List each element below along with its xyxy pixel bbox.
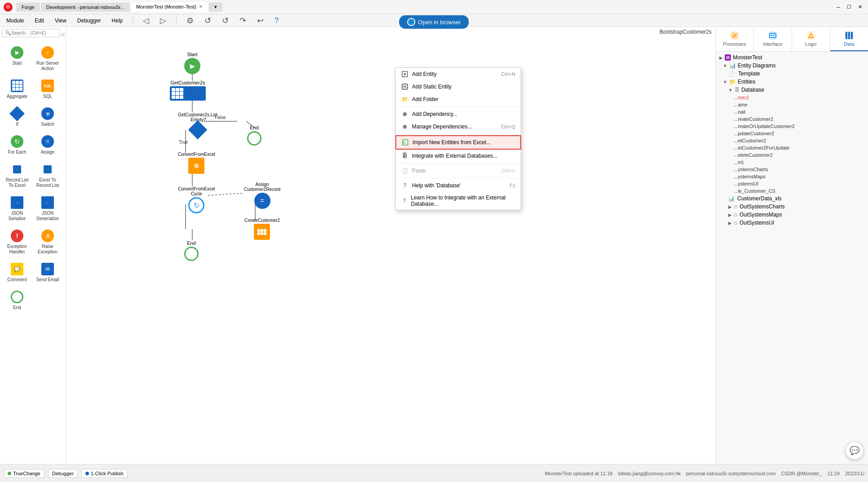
context-menu-add-static-entity[interactable]: Add Static Entity xyxy=(396,80,521,93)
tab-monster-test[interactable]: MonsterTest (Monster-Test) ✕ xyxy=(131,2,208,12)
sidebar-item-switch[interactable]: ⊕ Switch xyxy=(33,104,62,130)
settings-icon[interactable]: ⚙ xyxy=(184,15,196,27)
tree-outsystemsui[interactable]: ▶ ⊙ OutSystemsUI xyxy=(716,219,868,227)
tree-outsystemscharts[interactable]: ▶ ⊙ OutSystemsCharts xyxy=(716,203,868,211)
context-menu-import-excel[interactable]: X Import New Entities from Excel... xyxy=(395,135,521,150)
truechange-button[interactable]: TrueChange xyxy=(4,469,44,478)
search-input[interactable] xyxy=(11,31,47,35)
tree-item-systemscharts[interactable]: ...ystemsCharts xyxy=(716,166,868,173)
tree-item-systemsmaps[interactable]: ...ystemsMaps xyxy=(716,173,868,180)
tab-forge[interactable]: Forge xyxy=(16,3,40,12)
sidebar-item-aggregate[interactable]: Aggregate xyxy=(3,76,31,102)
tree-item-getcustomer2[interactable]: ...etCustomer2 xyxy=(716,137,868,144)
tree-template[interactable]: 📄 Template xyxy=(716,70,868,78)
close-button[interactable]: ✕ xyxy=(855,3,864,12)
maximize-button[interactable]: ☐ xyxy=(845,3,854,12)
sidebar-item-exception[interactable]: ! Exception Handler xyxy=(3,226,31,257)
chat-button[interactable]: 💬 xyxy=(846,442,864,460)
assign-label: Assign xyxy=(41,150,54,155)
tree-item-createorupdate[interactable]: ...reateOrUpdateCustomer2 xyxy=(716,123,868,130)
sidebar-item-raise-exception[interactable]: ⚠ Raise Exception xyxy=(33,226,62,257)
tree-item-nail[interactable]: ...nail xyxy=(716,108,868,115)
sidebar-item-sql[interactable]: SQL SQL xyxy=(33,76,62,102)
help-icon[interactable]: ? xyxy=(272,16,281,26)
tree-customerdata-xls[interactable]: 📊 CustomerData_xls xyxy=(716,195,868,203)
sidebar-item-json-deserialize[interactable]: ← JSON Deserialize xyxy=(33,193,62,224)
flow-node-convert[interactable]: ConvertFromExcel ⊞ xyxy=(178,152,215,174)
sidebar-item-json-serialize[interactable]: → JSON Serialize xyxy=(3,193,31,224)
tab-data[interactable]: Data xyxy=(830,27,868,51)
collapse-sidebar-button[interactable]: ◁ xyxy=(61,32,64,37)
publish-dot xyxy=(85,472,89,475)
redo-icon[interactable]: ↷ xyxy=(237,15,249,27)
context-menu-integrate-external[interactable]: 🗄 Integrate with External Databases... xyxy=(396,150,521,162)
flow-node-end2[interactable]: End xyxy=(184,240,199,261)
minimize-button[interactable]: ─ xyxy=(834,3,843,12)
tree-outsystemsmaps[interactable]: ▶ ⊙ OutSystemsMaps xyxy=(716,211,868,219)
tree-item-m[interactable]: ...m) xyxy=(716,159,868,166)
data-tab-icon xyxy=(844,31,854,40)
flow-node-create[interactable]: CreateCustomer2 xyxy=(244,218,280,240)
context-menu-add-entity[interactable]: Add Entity Ctrl+N xyxy=(396,68,521,80)
tree-entity-diagrams[interactable]: ▼ 📊 Entity Diagrams xyxy=(716,62,868,70)
tab-logic[interactable]: Logic xyxy=(792,27,830,51)
flow-node-getcustomer2s[interactable]: GetCustomer2s xyxy=(170,80,206,101)
tree-item-getcustomer2forupdate[interactable]: ...etCustomer2ForUpdate xyxy=(716,144,868,151)
sidebar-item-foreach[interactable]: ↻ For Each xyxy=(3,132,31,158)
menu-module[interactable]: Module xyxy=(4,17,27,25)
menu-debugger[interactable]: Debugger xyxy=(75,17,104,25)
context-menu-paste[interactable]: 📋 Paste Ctrl+V xyxy=(396,164,521,177)
tree-item-mer2[interactable]: ...mer2 xyxy=(716,94,868,101)
forward-button[interactable]: ▷ xyxy=(157,15,169,27)
context-menu-help-database[interactable]: ? Help with 'Database' F1 xyxy=(396,179,521,192)
svg-marker-16 xyxy=(809,33,813,38)
context-menu-add-dependency[interactable]: ⊕ Add Dependency... xyxy=(396,108,521,120)
flow-node-cycle[interactable]: ConvertFromExcelCycle ↻ xyxy=(178,186,215,213)
sidebar-item-excel-to-record[interactable]: → Excel To Record List xyxy=(33,159,62,191)
sidebar-item-record-list[interactable]: → Record List To Excel xyxy=(3,159,31,191)
send-email-icon: ✉ xyxy=(40,262,55,276)
sidebar-item-start[interactable]: ▶ Start xyxy=(3,43,31,74)
tree-item-ame[interactable]: ...ame xyxy=(716,101,868,108)
context-menu-manage-dependencies[interactable]: ⊕ Manage Dependencies... Ctrl+Q xyxy=(396,120,521,133)
back-button[interactable]: ◁ xyxy=(140,15,152,27)
undo-icon[interactable]: ↺ xyxy=(219,15,231,27)
publish-button[interactable]: 1-Click Publish xyxy=(81,469,128,478)
refresh-icon[interactable]: ↺ xyxy=(202,15,214,27)
tree-database[interactable]: ▼ 🗄 Database xyxy=(716,86,868,94)
flow-node-empty-check[interactable]: GetCustomer2s.List.Empty? xyxy=(178,112,217,137)
sidebar-item-if[interactable]: If xyxy=(3,104,31,130)
context-menu-add-folder[interactable]: 📁 Add Folder xyxy=(396,93,521,106)
left-sidebar: 🔍 ◁ ▶ Start ⚡ Run Server Action xyxy=(0,27,66,464)
tree-root[interactable]: ▶ M MonsterTest xyxy=(716,53,868,62)
back-nav-icon[interactable]: ↩ xyxy=(254,15,266,27)
tree-item-deletecustomer2[interactable]: ...eleteCustomer2 xyxy=(716,151,868,159)
tree-item-systemsui[interactable]: ...ystemsUI xyxy=(716,180,868,187)
svg-rect-17 xyxy=(846,32,847,39)
flow-node-start[interactable]: Start ▶ xyxy=(184,52,200,74)
tree-item-customer-cs[interactable]: ...le_Customer_CS xyxy=(716,187,868,195)
comment-icon: 💬 xyxy=(10,262,24,276)
sidebar-item-run-server-action[interactable]: ⚡ Run Server Action xyxy=(33,43,62,74)
tab-processes[interactable]: Processes xyxy=(716,27,754,51)
flow-node-end1[interactable]: End xyxy=(247,125,261,146)
context-menu-learn-external[interactable]: ? Learn How to Integrate with an Externa… xyxy=(396,192,521,210)
tab-development[interactable]: Development - personal-nsbvuu5r... xyxy=(41,3,130,12)
search-box[interactable]: 🔍 xyxy=(2,29,60,37)
tab-interface[interactable]: Interface xyxy=(754,27,792,51)
tab-new[interactable]: ▾ xyxy=(209,2,222,12)
menu-view[interactable]: View xyxy=(52,17,69,25)
debugger-button[interactable]: Debugger xyxy=(48,469,78,478)
sidebar-item-comment[interactable]: 💬 Comment xyxy=(3,259,31,285)
tree-item-updatecustomer2[interactable]: ...pdateCustomer2 xyxy=(716,130,868,137)
menu-edit[interactable]: Edit xyxy=(32,17,47,25)
flow-node-assign[interactable]: AssignCustomer2Record = xyxy=(244,182,280,209)
open-browser-button[interactable]: 🌐 Open in browser xyxy=(399,15,469,29)
tree-item-createcustomer2[interactable]: ...reateCustomer2 xyxy=(716,115,868,123)
sidebar-item-send-email[interactable]: ✉ Send Email xyxy=(33,259,62,285)
tree-entities[interactable]: ▼ 📁 Entities xyxy=(716,78,868,86)
tab-close-icon[interactable]: ✕ xyxy=(199,4,203,9)
sidebar-item-assign[interactable]: = Assign xyxy=(33,132,62,158)
sidebar-item-end[interactable]: End xyxy=(3,287,31,313)
menu-help[interactable]: Help xyxy=(109,17,126,25)
